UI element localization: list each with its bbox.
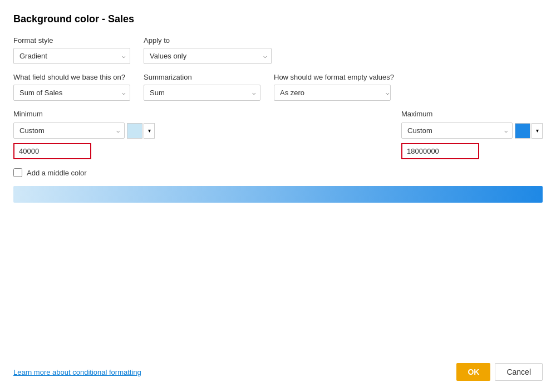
maximum-type-select[interactable]: Custom Maximum Number Percent Percentile (401, 122, 513, 139)
maximum-color-dropdown-arrow[interactable]: ▾ (532, 123, 543, 139)
empty-values-select[interactable]: As zero As blank (274, 85, 391, 101)
apply-to-select[interactable]: Values only Header and values Total (144, 48, 272, 64)
field-base-select[interactable]: Sum of Sales Sum of Profit Count (13, 85, 130, 101)
gradient-preview-bar (13, 186, 543, 203)
dialog-title: Background color - Sales (13, 13, 543, 25)
minimum-label: Minimum (13, 110, 155, 118)
maximum-color-swatch[interactable] (515, 123, 530, 139)
apply-to-label: Apply to (144, 36, 272, 45)
minimum-type-select[interactable]: Custom Minimum Number Percent Percentile (13, 122, 125, 139)
summarization-select[interactable]: Sum Average Min Max (144, 85, 260, 101)
format-style-select[interactable]: Gradient Rules Color scale (13, 48, 130, 64)
minimum-color-swatch[interactable] (127, 123, 142, 139)
maximum-value-input[interactable] (401, 143, 479, 159)
maximum-label: Maximum (401, 110, 543, 118)
maximum-color-group: ▾ (515, 123, 543, 139)
middle-color-label: Add a middle color (27, 169, 87, 177)
field-base-label: What field should we base this on? (13, 73, 130, 81)
cancel-button[interactable]: Cancel (495, 363, 543, 381)
summarization-label: Summarization (144, 73, 260, 81)
empty-values-label: How should we format empty values? (274, 73, 394, 81)
minimum-color-group: ▾ (127, 123, 155, 139)
middle-color-checkbox[interactable] (13, 168, 22, 177)
learn-more-link[interactable]: Learn more about conditional formatting (13, 368, 141, 376)
minimum-color-dropdown-arrow[interactable]: ▾ (144, 123, 155, 139)
format-style-label: Format style (13, 36, 130, 45)
minimum-value-input[interactable] (13, 143, 91, 159)
ok-button[interactable]: OK (456, 363, 490, 381)
